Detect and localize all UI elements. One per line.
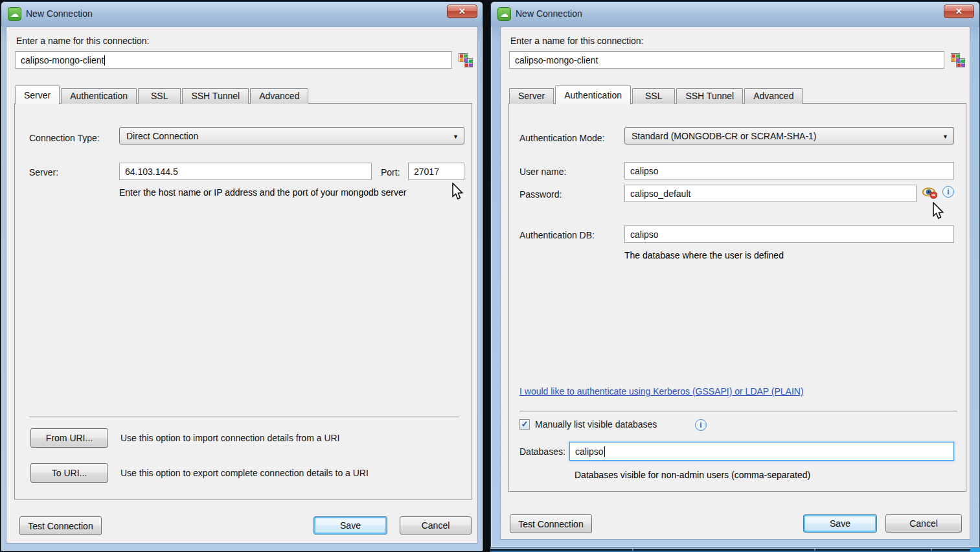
port-input[interactable]: 27017 xyxy=(408,163,464,180)
right-tab-bar: Server Authentication SSL SSH Tunnel Adv… xyxy=(509,84,804,104)
username-label: User name: xyxy=(519,167,566,177)
auth-mode-label: Authentication Mode: xyxy=(519,133,605,143)
chevron-down-icon: ▼ xyxy=(453,133,459,140)
right-new-connection-window: ☁ New Connection ✕ Enter a name for this… xyxy=(490,1,980,547)
tab-ssl[interactable]: SSL xyxy=(138,88,181,104)
password-input[interactable]: calipso_default xyxy=(624,185,917,202)
text-caret xyxy=(104,55,105,65)
palette-front-square xyxy=(951,53,960,62)
password-label: Password: xyxy=(519,189,562,200)
tab-ssh-tunnel[interactable]: SSH Tunnel xyxy=(676,88,743,104)
to-uri-description: Use this option to export complete conne… xyxy=(120,468,369,478)
test-connection-button[interactable]: Test Connection xyxy=(19,516,102,535)
chevron-down-icon: ▼ xyxy=(942,133,948,140)
test-connection-button[interactable]: Test Connection xyxy=(510,514,592,533)
auth-db-help-text: The database where the user is defined xyxy=(624,250,784,260)
manually-list-databases-row: ✓ Manually list visible databases xyxy=(519,419,657,430)
connection-type-label: Connection Type: xyxy=(29,133,100,143)
app-icon: ☁ xyxy=(497,7,511,21)
name-field-label: Enter a name for this connection: xyxy=(510,36,643,46)
from-uri-button[interactable]: From URI... xyxy=(30,428,108,448)
save-button[interactable]: Save xyxy=(803,514,877,533)
tab-authentication[interactable]: Authentication xyxy=(555,86,631,104)
left-window-title: New Connection xyxy=(26,8,93,19)
password-info-icon[interactable]: i xyxy=(942,186,954,198)
server-tab-panel: Connection Type: Direct Connection ▼ Ser… xyxy=(14,103,472,500)
connection-name-value: calipso-mongo-client xyxy=(21,55,104,65)
left-new-connection-window: ☁ New Connection ✕ Enter a name for this… xyxy=(1,1,483,551)
port-value: 27017 xyxy=(414,167,439,177)
server-help-text: Enter the host name or IP address and th… xyxy=(119,187,406,198)
color-picker-icon[interactable] xyxy=(459,53,473,68)
tab-server[interactable]: Server xyxy=(509,88,554,104)
right-dialog-body: Enter a name for this connection: calips… xyxy=(500,27,970,540)
databases-help-text: Databases visible for non-admin users (c… xyxy=(575,470,810,480)
tab-ssl[interactable]: SSL xyxy=(632,88,675,104)
connection-type-dropdown[interactable]: Direct Connection ▼ xyxy=(119,127,464,144)
manually-list-label: Manually list visible databases xyxy=(535,419,657,430)
auth-db-value: calipso xyxy=(630,229,659,240)
databases-label: Databases: xyxy=(519,446,565,457)
kerberos-ldap-link[interactable]: I would like to authenticate using Kerbe… xyxy=(519,386,804,397)
cancel-button[interactable]: Cancel xyxy=(400,516,472,535)
cancel-button[interactable]: Cancel xyxy=(885,514,962,533)
tab-authentication[interactable]: Authentication xyxy=(61,88,137,104)
connection-type-value: Direct Connection xyxy=(126,131,198,141)
left-titlebar[interactable]: ☁ New Connection ✕ xyxy=(1,2,483,27)
from-uri-description: Use this option to import connection det… xyxy=(120,433,340,443)
mouse-cursor xyxy=(451,183,464,200)
save-button[interactable]: Save xyxy=(313,516,387,535)
column-divider xyxy=(931,549,932,551)
column-divider xyxy=(814,549,815,551)
auth-db-input[interactable]: calipso xyxy=(624,225,954,243)
manually-list-checkbox[interactable]: ✓ xyxy=(519,419,530,430)
auth-mode-value: Standard (MONGODB-CR or SCRAM-SHA-1) xyxy=(632,131,817,141)
databases-value: calipso xyxy=(575,446,604,457)
hide-password-eye-icon[interactable] xyxy=(922,187,938,199)
tab-advanced[interactable]: Advanced xyxy=(744,88,803,104)
mouse-cursor xyxy=(932,202,944,220)
close-icon[interactable]: ✕ xyxy=(447,5,477,18)
tab-server[interactable]: Server xyxy=(15,86,60,104)
text-caret xyxy=(604,446,605,457)
authentication-tab-panel: Authentication Mode: Standard (MONGODB-C… xyxy=(508,103,966,492)
manually-list-info-icon[interactable]: i xyxy=(695,419,707,431)
right-window-title: New Connection xyxy=(516,8,582,19)
name-field-label: Enter a name for this connection: xyxy=(16,36,149,46)
palette-front-square xyxy=(459,53,468,62)
background-highlight xyxy=(970,548,980,552)
tab-advanced[interactable]: Advanced xyxy=(250,88,308,104)
left-dialog-body: Enter a name for this connection: calips… xyxy=(6,27,478,544)
connection-name-input[interactable]: calipso-mongo-client xyxy=(15,51,452,69)
right-titlebar[interactable]: ☁ New Connection ✕ xyxy=(491,2,979,27)
to-uri-button[interactable]: To URI... xyxy=(30,463,108,483)
desktop: ☁ New Connection ✕ Enter a name for this… xyxy=(0,0,980,552)
databases-input[interactable]: calipso xyxy=(569,442,954,461)
databases-separator xyxy=(519,411,957,411)
app-icon: ☁ xyxy=(8,7,21,21)
connection-name-input[interactable]: calipso-mongo-client xyxy=(509,51,944,69)
uri-separator xyxy=(29,417,459,417)
tab-ssh-tunnel[interactable]: SSH Tunnel xyxy=(182,88,249,104)
password-value: calipso_default xyxy=(630,189,690,199)
left-tab-bar: Server Authentication SSL SSH Tunnel Adv… xyxy=(15,84,310,104)
username-value: calipso xyxy=(630,166,659,176)
column-divider xyxy=(632,549,633,551)
auth-mode-dropdown[interactable]: Standard (MONGODB-CR or SCRAM-SHA-1) ▼ xyxy=(624,127,954,144)
background-window-strip xyxy=(490,547,980,552)
auth-db-label: Authentication DB: xyxy=(519,230,595,240)
connection-name-value: calipso-mongo-client xyxy=(515,55,598,65)
port-label: Port: xyxy=(381,167,400,178)
server-input[interactable]: 64.103.144.5 xyxy=(119,163,372,180)
server-label: Server: xyxy=(29,167,58,178)
color-picker-icon[interactable] xyxy=(951,53,966,68)
server-value: 64.103.144.5 xyxy=(125,167,178,177)
username-input[interactable]: calipso xyxy=(624,162,954,179)
close-icon[interactable]: ✕ xyxy=(944,5,974,18)
